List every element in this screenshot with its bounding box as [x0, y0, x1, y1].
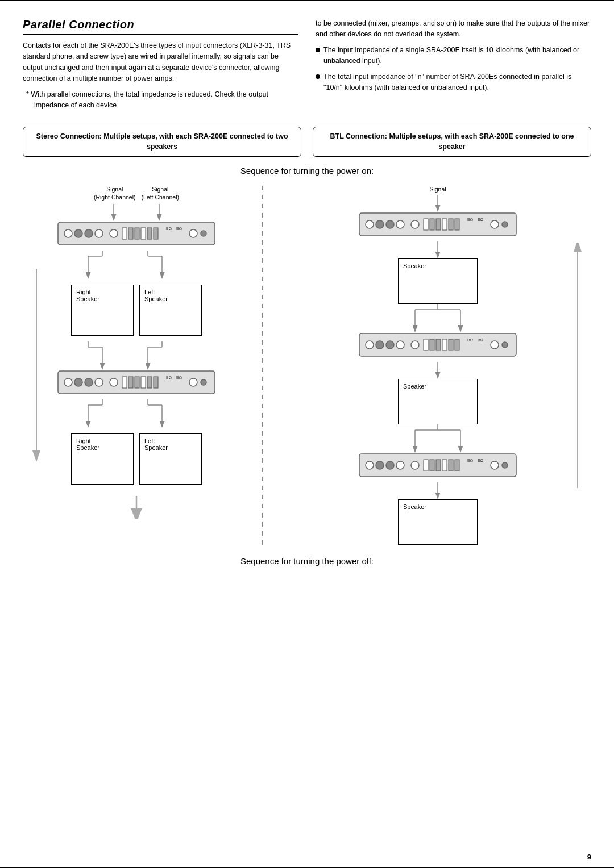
svg-point-89 — [366, 341, 374, 349]
left-speaker-2-label: LeftSpeaker — [144, 437, 168, 451]
body-text-1: Contacts for each of the SRA-200E's thre… — [23, 40, 298, 85]
btl-amp3-to-spk3 — [381, 482, 495, 499]
svg-point-79 — [502, 222, 508, 227]
sequence-on-title: Sequence for turning the power on: — [23, 166, 591, 176]
svg-rect-16 — [154, 228, 158, 239]
svg-rect-121 — [442, 460, 447, 471]
svg-point-67 — [386, 220, 394, 228]
svg-rect-119 — [430, 460, 434, 471]
svg-rect-71 — [430, 219, 434, 230]
signal-right-label: Signal — [94, 186, 136, 193]
svg-rect-75 — [455, 219, 459, 230]
svg-point-103 — [502, 342, 508, 348]
top-section: Parallel Connection Contacts for each of… — [23, 18, 591, 115]
speaker-box-left-2: LeftSpeaker — [139, 433, 202, 485]
speaker-box-left-1: LeftSpeaker — [139, 285, 202, 336]
svg-point-78 — [491, 220, 499, 228]
sequence-off-title: Sequence for turning the power off: — [23, 556, 591, 566]
svg-rect-74 — [449, 219, 453, 230]
svg-point-37 — [74, 378, 82, 386]
bullet-2: The total input impedance of "n" number … — [316, 72, 591, 94]
svg-point-127 — [502, 462, 508, 468]
svg-rect-43 — [135, 377, 139, 388]
btl-amp-2: BΩ BΩ — [358, 332, 517, 357]
signal-left-label: Signal — [142, 186, 180, 193]
svg-rect-123 — [455, 460, 459, 471]
svg-rect-44 — [141, 377, 146, 388]
large-up-arrow — [570, 243, 586, 488]
signal-right-channel-label: (Right Channel) — [94, 194, 136, 201]
svg-text:BΩ: BΩ — [176, 227, 182, 231]
body-text-3: to be connected (mixer, preamps, and so … — [316, 18, 591, 40]
svg-rect-122 — [449, 460, 453, 471]
svg-rect-41 — [122, 377, 127, 388]
svg-point-113 — [366, 461, 374, 469]
svg-rect-14 — [141, 228, 146, 239]
svg-point-115 — [386, 461, 394, 469]
svg-point-6 — [64, 229, 72, 237]
svg-text:BΩ: BΩ — [176, 375, 182, 379]
bullet-dot-2 — [316, 74, 320, 79]
speaker-box-right-2: RightSpeaker — [71, 433, 134, 485]
svg-point-90 — [376, 341, 384, 349]
svg-rect-94 — [424, 339, 428, 350]
svg-point-10 — [110, 229, 118, 237]
btl-speaker-1: Speaker — [398, 258, 478, 304]
left-speaker-1-label: LeftSpeaker — [144, 289, 168, 302]
svg-point-126 — [491, 461, 499, 469]
svg-text:BΩ: BΩ — [467, 338, 473, 342]
svg-point-65 — [366, 220, 374, 228]
btl-speaker-3-label: Speaker — [403, 503, 426, 510]
svg-rect-45 — [147, 377, 152, 388]
svg-rect-73 — [442, 219, 447, 230]
svg-point-116 — [396, 461, 404, 469]
arrow-to-amp1 — [68, 204, 205, 221]
svg-point-8 — [85, 229, 93, 237]
stereo-connection-box: Stereo Connection: Multiple setups, with… — [23, 127, 301, 157]
svg-rect-13 — [135, 228, 139, 239]
svg-text:BΩ: BΩ — [467, 218, 473, 222]
large-down-arrow — [28, 269, 44, 462]
svg-text:BΩ: BΩ — [166, 227, 172, 231]
svg-text:BΩ: BΩ — [166, 375, 172, 379]
amp-unit-1: BΩ BΩ — [57, 221, 216, 246]
svg-rect-11 — [122, 228, 127, 239]
svg-rect-12 — [128, 228, 133, 239]
svg-point-91 — [386, 341, 394, 349]
svg-rect-15 — [147, 228, 152, 239]
svg-rect-118 — [424, 460, 428, 471]
amp-unit-2: BΩ BΩ — [57, 370, 216, 395]
svg-point-40 — [110, 378, 118, 386]
signal-labels: Signal (Right Channel) Signal (Left Chan… — [94, 186, 179, 202]
diagrams-section: Signal (Right Channel) Signal (Left Chan… — [23, 186, 591, 545]
speaker-pair-2: RightSpeaker LeftSpeaker — [71, 433, 202, 485]
svg-point-68 — [396, 220, 404, 228]
speakers1-to-amp2-lines — [57, 341, 216, 370]
btl-spk2-to-amp3 — [381, 424, 495, 453]
signal-left-channel-label: (Left Channel) — [142, 194, 180, 201]
right-speaker-1-label: RightSpeaker — [76, 289, 99, 302]
svg-rect-120 — [436, 460, 441, 471]
btl-signal-arrow — [381, 195, 495, 212]
svg-point-66 — [376, 220, 384, 228]
svg-point-117 — [411, 461, 419, 469]
bullet-1: The input impedance of a single SRA-200E… — [316, 45, 591, 67]
svg-point-102 — [491, 341, 499, 349]
section-title: Parallel Connection — [23, 18, 298, 35]
btl-diagrams: Signal — [262, 186, 591, 545]
svg-point-49 — [189, 378, 197, 386]
svg-point-9 — [95, 229, 103, 237]
btl-speaker-2-label: Speaker — [403, 383, 426, 390]
amp1-to-speakers — [57, 251, 216, 279]
svg-rect-98 — [449, 339, 453, 350]
btl-amp2-to-spk2 — [381, 362, 495, 379]
stereo-diagrams: Signal (Right Channel) Signal (Left Chan… — [23, 186, 262, 545]
svg-point-93 — [411, 341, 419, 349]
btl-speaker-1-label: Speaker — [403, 262, 426, 269]
btl-speaker-2: Speaker — [398, 379, 478, 424]
svg-rect-96 — [436, 339, 441, 350]
svg-rect-46 — [154, 377, 158, 388]
svg-text:BΩ: BΩ — [478, 458, 483, 462]
signal-btl-label: Signal — [429, 186, 446, 193]
btl-connection-box: BTL Connection: Multiple setups, with ea… — [313, 127, 591, 157]
